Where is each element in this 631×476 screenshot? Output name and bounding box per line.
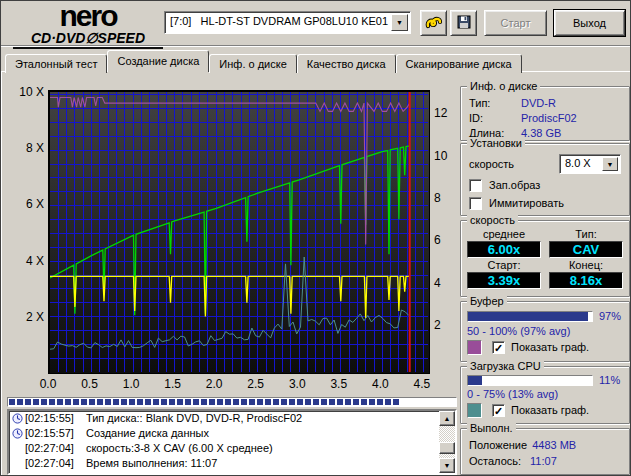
x-tick: 2.0 — [198, 377, 230, 391]
scrollbar-thumb[interactable] — [439, 442, 455, 454]
y-left-tick: 2 X — [8, 310, 44, 324]
end-speed-label: Конец: — [549, 259, 623, 271]
x-tick: 0.0 — [32, 377, 64, 391]
start-button[interactable]: Старт — [484, 10, 547, 36]
clock-icon — [12, 428, 23, 439]
avg-speed-display: 6.00x — [467, 241, 541, 258]
chevron-down-icon[interactable]: ▼ — [391, 14, 408, 31]
save-icon — [456, 14, 472, 30]
tab-4[interactable]: Сканирование диска — [396, 54, 522, 73]
position-label: Положение — [469, 439, 527, 451]
y-left-tick: 8 X — [8, 141, 44, 155]
group-title: Выполн. — [467, 422, 516, 434]
cpu-range: 0 - 75% (13% avg) — [467, 387, 623, 401]
start-speed-display: 3.39x — [467, 272, 541, 289]
log-list[interactable]: [02:15:55]Тип диска:: Blank DVD, DVD-R, … — [7, 409, 457, 475]
y-left-tick: 6 X — [8, 197, 44, 211]
write-image-label: Зап.образ — [482, 179, 540, 191]
y-right-tick: 2 — [434, 318, 456, 332]
simulate-label: Иммитировать — [482, 197, 564, 209]
simulate-checkbox[interactable] — [469, 197, 482, 210]
x-tick: 2.5 — [240, 377, 272, 391]
cpu-group: Загрузка CPU 11% 0 - 75% (13% avg) ✓ Пок… — [460, 366, 630, 424]
disc-glyph-icon: ∅ — [85, 30, 97, 46]
disc-type-value: DVD-R — [521, 97, 556, 109]
exit-button[interactable]: Выход — [554, 10, 625, 36]
x-tick: 3.5 — [323, 377, 355, 391]
clock-icon — [12, 413, 23, 424]
app-window: nero CD·DVD∅SPEED [7:0] HL-DT-ST DVDRAM … — [0, 0, 631, 476]
write-image-checkbox[interactable] — [469, 179, 482, 192]
remaining-label: Осталось: — [469, 455, 521, 467]
log-scrollbar[interactable]: ▲ ▼ — [439, 411, 455, 473]
x-tick: 4.0 — [364, 377, 396, 391]
tab-page-create-disc: 10 X8 X6 X4 X2 X 12108642 0.00.51.01.52.… — [1, 71, 631, 476]
y-right-tick: 6 — [434, 233, 456, 247]
cpu-show-graph-label: Показать граф. — [505, 404, 589, 416]
disc-length-value: 4.38 GB — [521, 127, 561, 139]
x-tick: 3.0 — [281, 377, 313, 391]
buffer-percent: 97% — [599, 310, 621, 322]
drive-select-value: [7:0] HL-DT-ST DVDRAM GP08LU10 KE01 — [170, 15, 388, 27]
buffer-show-graph-checkbox[interactable]: ✓ — [492, 341, 505, 354]
end-speed-display: 8.16x — [549, 272, 623, 289]
y-right-tick: 12 — [434, 106, 456, 120]
speed-select-value: 8.0 X — [565, 157, 591, 169]
y-right-tick: 8 — [434, 191, 456, 205]
buffer-show-graph-label: Показать граф. — [505, 341, 589, 353]
cpu-bar — [467, 375, 593, 386]
x-tick: 1.0 — [115, 377, 147, 391]
cpu-show-graph-checkbox[interactable]: ✓ — [492, 404, 505, 417]
disc-id-label: ID: — [469, 112, 521, 124]
disc-id-value: ProdiscF02 — [521, 112, 577, 124]
y-right-tick: 10 — [434, 149, 456, 163]
speed-type-display: CAV — [549, 241, 623, 258]
x-tick: 1.5 — [157, 377, 189, 391]
buffer-range: 50 - 100% (97% avg) — [467, 323, 623, 338]
disc-info-group: Инф. о диске Тип: DVD-R ID: ProdiscF02 Д… — [460, 86, 630, 141]
save-button[interactable] — [450, 10, 477, 36]
speed-select[interactable]: 8.0 X ▼ — [559, 154, 621, 174]
nero-logo: nero CD·DVD∅SPEED — [13, 2, 163, 49]
group-title: Инф. о диске — [467, 80, 540, 92]
buffer-color-swatch — [467, 340, 482, 355]
y-left-tick: 10 X — [8, 85, 44, 99]
log-line[interactable]: [02:27:04]Время выполнения: 11:07 — [9, 456, 439, 471]
progress-group: Выполн. Положение 4483 MB Осталось: 11:0… — [460, 428, 630, 475]
group-title: Загрузка CPU — [467, 360, 544, 372]
header-divider — [1, 45, 631, 47]
group-title: Буфер — [467, 295, 507, 307]
x-tick: 4.5 — [406, 377, 438, 391]
logo-nero-text: nero — [13, 2, 163, 30]
disc-type-label: Тип: — [469, 97, 521, 109]
tab-2[interactable]: Инф. о диске — [209, 54, 296, 73]
settings-group: Установки скорость 8.0 X ▼ Зап.образ Имм… — [460, 143, 630, 216]
speed-icon — [425, 13, 443, 31]
x-tick: 0.5 — [74, 377, 106, 391]
remaining-value: 11:07 — [521, 455, 557, 467]
buffer-bar — [467, 311, 593, 322]
tab-bar: Эталонный тестСоздание дискаИнф. о диске… — [5, 50, 522, 72]
tab-1[interactable]: Создание диска — [107, 50, 209, 72]
position-value: 4483 MB — [527, 439, 576, 451]
tab-0[interactable]: Эталонный тест — [5, 54, 107, 73]
speed-readout-group: скорость среднее Тип: 6.00x CAV Старт: К… — [460, 220, 630, 297]
drive-select[interactable]: [7:0] HL-DT-ST DVDRAM GP08LU10 KE01 ▼ — [164, 11, 411, 34]
group-title: Установки — [467, 137, 525, 149]
cpu-color-swatch — [467, 403, 482, 418]
scroll-up-icon[interactable]: ▲ — [439, 411, 455, 426]
speed-type-label: Тип: — [549, 228, 623, 240]
speed-chart — [48, 90, 430, 374]
speed-select-label: скорость — [469, 158, 559, 170]
log-line[interactable]: [02:15:57]Создание диска данных — [9, 426, 439, 441]
tab-3[interactable]: Качество диска — [297, 54, 396, 73]
chevron-down-icon[interactable]: ▼ — [602, 157, 618, 171]
speed-options-button[interactable] — [420, 10, 447, 36]
scroll-down-icon[interactable]: ▼ — [439, 458, 455, 473]
group-title: скорость — [467, 214, 518, 226]
avg-speed-label: среднее — [467, 228, 541, 240]
buffer-group: Буфер 97% 50 - 100% (97% avg) ✓ Показать… — [460, 301, 630, 362]
log-line[interactable]: [02:27:04]скорость:3-8 X CAV (6.00 X сре… — [9, 441, 439, 456]
start-speed-label: Старт: — [467, 259, 541, 271]
log-line[interactable]: [02:15:55]Тип диска:: Blank DVD, DVD-R, … — [9, 411, 439, 426]
